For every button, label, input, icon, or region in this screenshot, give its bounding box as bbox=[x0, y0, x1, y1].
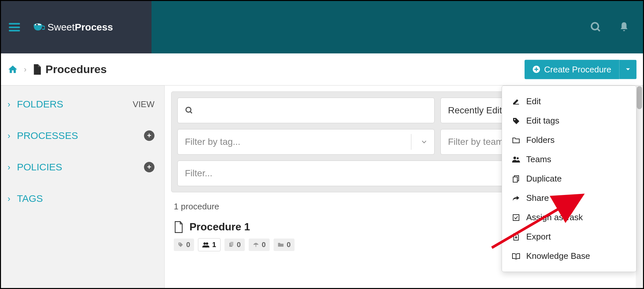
logo[interactable]: SweetProcess bbox=[33, 22, 113, 33]
chevron-right-icon: › bbox=[8, 162, 10, 172]
umbrella-count-chip[interactable]: 0 bbox=[249, 239, 270, 251]
teams-icon bbox=[512, 155, 520, 164]
checkbox-icon bbox=[512, 213, 520, 222]
tag-icon bbox=[178, 242, 184, 248]
menu-edit-tags[interactable]: Edit tags bbox=[502, 111, 636, 130]
sidebar-item-policies[interactable]: ›POLICIES + bbox=[8, 162, 154, 173]
create-procedure-button[interactable]: Create Procedure bbox=[525, 60, 619, 79]
breadcrumb-bar: › Procedures Create Procedure bbox=[1, 53, 643, 86]
top-bar-left: SweetProcess bbox=[1, 1, 152, 53]
edit-icon bbox=[512, 97, 520, 106]
svg-line-7 bbox=[190, 111, 192, 113]
svg-rect-19 bbox=[513, 215, 519, 221]
svg-rect-14 bbox=[513, 104, 519, 105]
document-icon bbox=[174, 221, 184, 233]
menu-icon[interactable] bbox=[9, 23, 20, 31]
svg-point-17 bbox=[517, 157, 519, 159]
context-menu: Edit Edit tags Folders Teams Duplicate S… bbox=[502, 86, 636, 272]
chevron-right-icon: › bbox=[8, 131, 10, 141]
duplicate-icon bbox=[512, 175, 520, 183]
add-process-button[interactable]: + bbox=[144, 130, 154, 141]
cup-icon bbox=[33, 23, 45, 32]
svg-point-9 bbox=[204, 242, 206, 245]
menu-duplicate[interactable]: Duplicate bbox=[502, 169, 636, 188]
svg-point-8 bbox=[179, 243, 180, 244]
menu-edit[interactable]: Edit bbox=[502, 92, 636, 111]
copy-count-chip[interactable]: 0 bbox=[224, 239, 245, 251]
folder-icon bbox=[277, 242, 284, 247]
tag-filter-select[interactable]: Filter by tag... bbox=[177, 129, 435, 155]
add-policy-button[interactable]: + bbox=[144, 162, 154, 172]
main: ›FOLDERS VIEW ›PROCESSES + ›POLICIES + ›… bbox=[1, 86, 643, 288]
svg-point-16 bbox=[513, 157, 516, 159]
folder-icon bbox=[512, 136, 520, 144]
svg-rect-12 bbox=[230, 242, 233, 246]
home-icon[interactable] bbox=[8, 64, 18, 75]
menu-folders[interactable]: Folders bbox=[502, 130, 636, 150]
menu-knowledge-base[interactable]: Knowledge Base bbox=[502, 246, 636, 266]
menu-assign-task[interactable]: Assign as Task bbox=[502, 208, 636, 227]
svg-point-10 bbox=[206, 242, 208, 245]
svg-rect-18 bbox=[513, 177, 517, 182]
menu-export[interactable]: Export bbox=[502, 227, 636, 246]
tag-count-chip[interactable]: 0 bbox=[174, 239, 194, 251]
chevron-right-icon: › bbox=[8, 194, 10, 204]
sidebar: ›FOLDERS VIEW ›PROCESSES + ›POLICIES + ›… bbox=[1, 86, 165, 288]
scrollbar[interactable] bbox=[636, 86, 643, 288]
search-icon[interactable] bbox=[590, 21, 602, 33]
top-bar-actions bbox=[590, 21, 630, 33]
bell-icon[interactable] bbox=[618, 21, 630, 33]
procedure-title: Procedure 1 bbox=[189, 221, 250, 233]
folder-count-chip[interactable]: 0 bbox=[274, 239, 295, 251]
menu-teams[interactable]: Teams bbox=[502, 150, 636, 169]
view-action[interactable]: VIEW bbox=[133, 99, 154, 109]
share-icon bbox=[512, 194, 520, 202]
content-area: Recently Edited Filter by tag... Filter … bbox=[165, 86, 643, 288]
caret-down-icon bbox=[625, 67, 631, 71]
export-icon bbox=[512, 233, 520, 241]
svg-point-15 bbox=[514, 119, 515, 120]
logo-text: SweetProcess bbox=[47, 22, 113, 33]
team-count-chip[interactable]: 1 bbox=[198, 238, 220, 251]
breadcrumb-separator: › bbox=[24, 65, 27, 74]
svg-point-3 bbox=[592, 23, 599, 30]
chevron-down-icon bbox=[421, 140, 427, 144]
umbrella-icon bbox=[253, 242, 259, 248]
teams-icon bbox=[202, 242, 209, 248]
scrollbar-thumb[interactable] bbox=[637, 86, 642, 109]
chevron-right-icon: › bbox=[8, 99, 10, 109]
sidebar-item-tags[interactable]: ›TAGS bbox=[8, 193, 154, 204]
plus-circle-icon bbox=[532, 66, 540, 73]
page-icon bbox=[32, 64, 41, 75]
svg-point-6 bbox=[186, 107, 191, 112]
book-icon bbox=[512, 252, 520, 260]
svg-line-4 bbox=[598, 29, 600, 31]
top-bar: SweetProcess bbox=[1, 1, 643, 53]
create-button-group: Create Procedure bbox=[525, 60, 636, 79]
copy-icon bbox=[228, 242, 234, 248]
svg-point-2 bbox=[36, 24, 38, 25]
menu-share[interactable]: Share bbox=[502, 188, 636, 208]
sidebar-item-folders[interactable]: ›FOLDERS VIEW bbox=[8, 99, 154, 110]
create-dropdown-toggle[interactable] bbox=[619, 60, 636, 79]
search-icon bbox=[185, 106, 193, 115]
tag-icon bbox=[512, 117, 520, 125]
page-title: Procedures bbox=[45, 63, 107, 76]
search-input[interactable] bbox=[177, 98, 435, 123]
sidebar-item-processes[interactable]: ›PROCESSES + bbox=[8, 130, 154, 141]
